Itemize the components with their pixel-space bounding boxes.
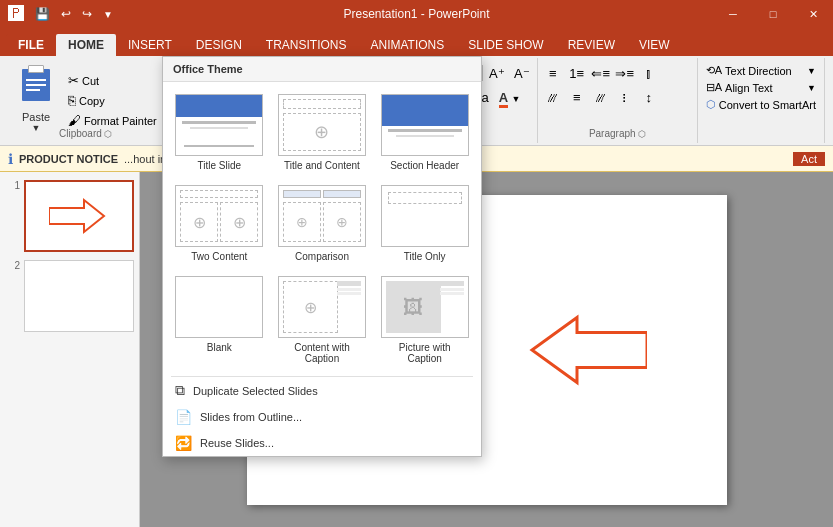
layout-label-picture-caption: Picture with Caption bbox=[380, 342, 469, 364]
align-text-arrow[interactable]: ▼ bbox=[807, 83, 816, 93]
list-buttons-row: ≡ 1≡ ⇐≡ ⇒≡ ⫿ bbox=[542, 62, 693, 84]
paragraph-label-text: Paragraph bbox=[589, 128, 636, 139]
align-buttons-row: ⫻ ≡ ⫻ ⫶ ↕ bbox=[542, 86, 693, 108]
layout-title-content[interactable]: ⊕ Title and Content bbox=[274, 90, 371, 175]
paragraph-group: ≡ 1≡ ⇐≡ ⇒≡ ⫿ ⫻ ≡ ⫻ ⫶ ↕ Paragraph ⬡ bbox=[538, 58, 698, 143]
layout-label-two-content: Two Content bbox=[191, 251, 247, 262]
layout-comparison[interactable]: ⊕ ⊕ Comparison bbox=[274, 181, 371, 266]
reuse-label: Reuse Slides... bbox=[200, 437, 274, 449]
layout-thumb-content-caption: ⊕ bbox=[278, 276, 366, 338]
close-button[interactable]: ✕ bbox=[793, 0, 833, 28]
tab-insert[interactable]: INSERT bbox=[116, 34, 184, 56]
layout-label-title-only: Title Only bbox=[404, 251, 446, 262]
notice-icon: ℹ bbox=[8, 151, 13, 167]
format-painter-icon: 🖌 bbox=[68, 113, 81, 128]
text-direction-button[interactable]: ⟲A Text Direction ▼ bbox=[702, 62, 820, 79]
font-color-button[interactable]: A ▼ bbox=[499, 90, 521, 105]
layout-thumb-title-only bbox=[381, 185, 469, 247]
slide-thumb-img-1[interactable] bbox=[24, 180, 134, 252]
tab-review[interactable]: REVIEW bbox=[556, 34, 627, 56]
layout-thumb-section-header bbox=[381, 94, 469, 156]
arrow-shape[interactable] bbox=[527, 312, 647, 387]
tab-home[interactable]: HOME bbox=[56, 34, 116, 56]
slide-num-2: 2 bbox=[4, 260, 20, 271]
font-color-arrow[interactable]: ▼ bbox=[511, 94, 520, 104]
layout-blank[interactable]: Blank bbox=[171, 272, 268, 368]
bullets-button[interactable]: ≡ bbox=[542, 62, 564, 84]
slides-from-outline-item[interactable]: 📄 Slides from Outline... bbox=[163, 404, 481, 430]
increase-indent-button[interactable]: ⇒≡ bbox=[614, 62, 636, 84]
svg-marker-1 bbox=[532, 317, 647, 382]
layout-content-caption[interactable]: ⊕ Content with Caption bbox=[274, 272, 371, 368]
cut-icon: ✂ bbox=[68, 73, 79, 88]
align-text-button[interactable]: ⊟A Align Text ▼ bbox=[702, 79, 820, 96]
tab-animations[interactable]: ANIMATIONS bbox=[358, 34, 456, 56]
save-icon[interactable]: 💾 bbox=[31, 5, 54, 23]
layout-section-header[interactable]: Section Header bbox=[376, 90, 473, 175]
text-direction-arrow[interactable]: ▼ bbox=[807, 66, 816, 76]
smartart-icon: ⬡ bbox=[706, 98, 716, 111]
layout-label-blank: Blank bbox=[207, 342, 232, 353]
convert-smartart-button[interactable]: ⬡ Convert to SmartArt bbox=[702, 96, 820, 113]
slide-thumb-img-2[interactable] bbox=[24, 260, 134, 332]
window-controls[interactable]: ─ □ ✕ bbox=[713, 0, 833, 28]
align-text-icon: ⊟A bbox=[706, 81, 722, 94]
quick-access-toolbar[interactable]: 🅿 💾 ↩ ↪ ▼ bbox=[0, 0, 117, 28]
tab-file[interactable]: FILE bbox=[6, 34, 56, 56]
paragraph-expand-icon[interactable]: ⬡ bbox=[638, 129, 646, 139]
align-right-button[interactable]: ⫻ bbox=[590, 86, 612, 108]
tab-view[interactable]: VIEW bbox=[627, 34, 682, 56]
undo-icon[interactable]: ↩ bbox=[57, 5, 75, 23]
cut-label: Cut bbox=[82, 75, 99, 87]
paste-label: Paste bbox=[22, 111, 50, 123]
activate-button[interactable]: Act bbox=[793, 152, 825, 166]
duplicate-icon: ⧉ bbox=[175, 382, 185, 399]
ribbon-tab-bar: FILE HOME INSERT DESIGN TRANSITIONS ANIM… bbox=[0, 28, 833, 56]
notice-product-text: PRODUCT NOTICE bbox=[19, 153, 118, 165]
copy-icon: ⎘ bbox=[68, 93, 76, 108]
paste-icon bbox=[18, 69, 54, 111]
tab-transitions[interactable]: TRANSITIONS bbox=[254, 34, 359, 56]
layout-thumb-blank bbox=[175, 276, 263, 338]
align-center-button[interactable]: ≡ bbox=[566, 86, 588, 108]
new-slide-dropdown: Office Theme Title Slide ⊕ Title and Con… bbox=[162, 56, 482, 457]
reuse-slides-item[interactable]: 🔁 Reuse Slides... bbox=[163, 430, 481, 456]
columns-button[interactable]: ⫿ bbox=[638, 62, 660, 84]
maximize-button[interactable]: □ bbox=[753, 0, 793, 28]
convert-smartart-label: Convert to SmartArt bbox=[719, 99, 816, 111]
layout-thumb-title-content: ⊕ bbox=[278, 94, 366, 156]
slide-thumbnail-1[interactable]: 1 bbox=[4, 180, 135, 252]
decrease-indent-button[interactable]: ⇐≡ bbox=[590, 62, 612, 84]
line-spacing-button[interactable]: ↕ bbox=[638, 86, 660, 108]
duplicate-label: Duplicate Selected Slides bbox=[193, 385, 318, 397]
slide-arrow-preview bbox=[49, 196, 109, 236]
redo-icon[interactable]: ↪ bbox=[78, 5, 96, 23]
copy-label: Copy bbox=[79, 95, 105, 107]
customize-icon[interactable]: ▼ bbox=[99, 7, 117, 22]
layout-two-content[interactable]: ⊕ ⊕ Two Content bbox=[171, 181, 268, 266]
clipboard-expand-icon[interactable]: ⬡ bbox=[104, 129, 112, 139]
cut-button[interactable]: ✂ Cut bbox=[64, 71, 161, 90]
slide-num-1: 1 bbox=[4, 180, 20, 191]
decrease-font-button[interactable]: A⁻ bbox=[511, 62, 533, 84]
dropdown-header: Office Theme bbox=[163, 57, 481, 82]
text-direction-group: ⟲A Text Direction ▼ ⊟A Align Text ▼ ⬡ Co… bbox=[698, 58, 825, 143]
layout-label-content-caption: Content with Caption bbox=[278, 342, 367, 364]
align-left-button[interactable]: ⫻ bbox=[542, 86, 564, 108]
tab-slideshow[interactable]: SLIDE SHOW bbox=[456, 34, 555, 56]
slide-thumbnail-2[interactable]: 2 bbox=[4, 260, 135, 332]
layout-title-only[interactable]: Title Only bbox=[376, 181, 473, 266]
tab-design[interactable]: DESIGN bbox=[184, 34, 254, 56]
paragraph-group-label: Paragraph ⬡ bbox=[542, 126, 693, 139]
font-color-icon: A bbox=[499, 90, 508, 108]
duplicate-slides-item[interactable]: ⧉ Duplicate Selected Slides bbox=[163, 377, 481, 404]
layout-thumb-picture-caption: 🖼 bbox=[381, 276, 469, 338]
minimize-button[interactable]: ─ bbox=[713, 0, 753, 28]
justify-button[interactable]: ⫶ bbox=[614, 86, 636, 108]
layout-label-title-content: Title and Content bbox=[284, 160, 360, 171]
layout-title-slide[interactable]: Title Slide bbox=[171, 90, 268, 175]
increase-font-button[interactable]: A⁺ bbox=[486, 62, 508, 84]
numbering-button[interactable]: 1≡ bbox=[566, 62, 588, 84]
copy-button[interactable]: ⎘ Copy bbox=[64, 91, 161, 110]
layout-picture-caption[interactable]: 🖼 Picture with Caption bbox=[376, 272, 473, 368]
